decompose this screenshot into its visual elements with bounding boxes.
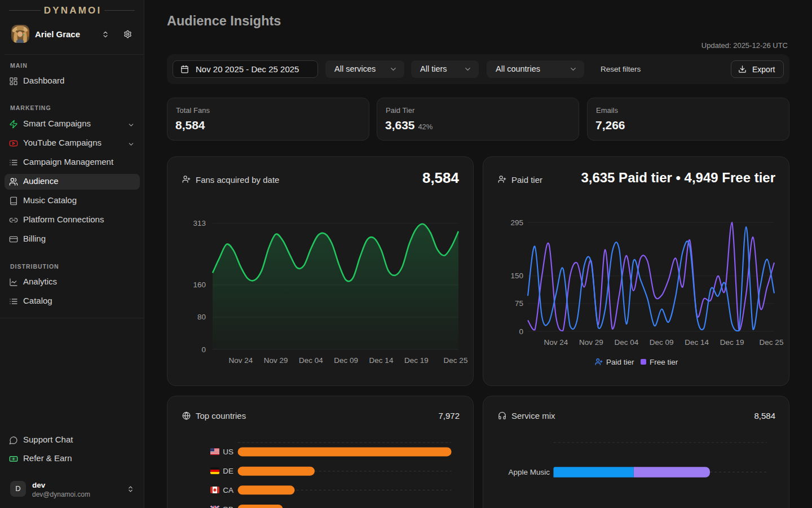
svg-text:Free tier: Free tier	[650, 358, 678, 366]
svg-text:Dec 09: Dec 09	[650, 338, 674, 347]
svg-text:160: 160	[193, 281, 206, 289]
svg-text:Dec 04: Dec 04	[614, 338, 638, 347]
svg-text:Apple Music: Apple Music	[508, 468, 550, 476]
svg-text:75: 75	[515, 299, 523, 308]
svg-text:0: 0	[201, 345, 206, 354]
svg-text:US: US	[223, 448, 233, 456]
svg-text:Dec 19: Dec 19	[404, 356, 429, 365]
svg-text:Dec 09: Dec 09	[334, 356, 358, 365]
svg-text:Nov 24: Nov 24	[228, 356, 253, 365]
svg-text:Paid tier: Paid tier	[606, 358, 634, 366]
svg-text:CA: CA	[223, 486, 233, 494]
svg-text:0: 0	[519, 327, 523, 336]
svg-text:Dec 14: Dec 14	[369, 356, 394, 365]
svg-text:DE: DE	[223, 467, 233, 475]
svg-text:Dec 19: Dec 19	[720, 338, 744, 347]
svg-text:Nov 29: Nov 29	[264, 356, 288, 365]
svg-text:Dec 25: Dec 25	[760, 338, 784, 347]
svg-text:GB: GB	[222, 505, 233, 508]
svg-text:Nov 24: Nov 24	[544, 338, 568, 347]
svg-text:Nov 29: Nov 29	[579, 338, 603, 347]
svg-text:150: 150	[510, 271, 523, 280]
svg-text:Dec 04: Dec 04	[299, 356, 323, 365]
svg-text:295: 295	[510, 218, 523, 227]
svg-text:Dec 14: Dec 14	[685, 338, 709, 347]
svg-text:80: 80	[197, 313, 206, 321]
svg-text:Dec 25: Dec 25	[444, 356, 468, 365]
svg-text:313: 313	[193, 219, 206, 227]
